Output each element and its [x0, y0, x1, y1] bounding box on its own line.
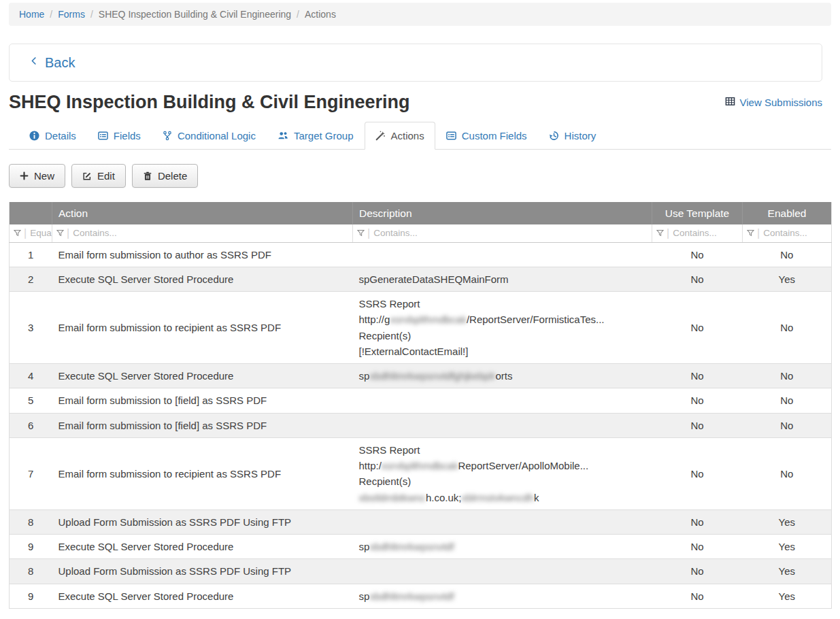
tab-actions: Actions: [365, 122, 435, 150]
delete-button[interactable]: Delete: [132, 164, 198, 188]
description-text: http://g: [359, 314, 390, 325]
description-text: Recpient(s): [359, 475, 411, 487]
tab-link[interactable]: History: [538, 122, 607, 150]
filter-button[interactable]: [56, 229, 64, 237]
tab-bar: DetailsFieldsConditional LogicTarget Gro…: [9, 122, 831, 150]
edit-button[interactable]: Edit: [71, 164, 126, 188]
trash-icon: [143, 171, 152, 181]
tab-link[interactable]: Custom Fields: [435, 122, 538, 150]
chevron-left-icon: [30, 54, 38, 71]
enabled-cell: No: [743, 242, 832, 267]
filter-input[interactable]: Equals...: [30, 228, 52, 238]
branch-icon: [163, 131, 172, 141]
description-text: SSRS Report: [359, 298, 420, 310]
filter-input[interactable]: Contains...: [673, 228, 717, 238]
filter-button[interactable]: [357, 229, 365, 237]
list-icon: [98, 131, 108, 141]
filter-separator: |: [757, 227, 760, 239]
column-header-description[interactable]: Description: [353, 202, 652, 224]
filter-button[interactable]: [747, 229, 754, 237]
action-cell: Email form submission to [field] as SSRS…: [52, 388, 353, 413]
description-cell: [353, 242, 652, 267]
description-text: ReportServer/ApolloMobile...: [458, 460, 588, 471]
view-submissions-label: View Submissions: [740, 97, 822, 108]
actions-table: ActionDescriptionUse TemplateEnabled|Equ…: [9, 202, 832, 609]
table-row[interactable]: 6Email form submission to [field] as SSR…: [10, 413, 832, 437]
use-template-cell: No: [652, 509, 743, 534]
users-icon: [278, 131, 288, 141]
use-template-cell: No: [652, 292, 743, 364]
enabled-cell: Yes: [743, 559, 832, 584]
column-header: [10, 202, 52, 224]
table-row[interactable]: 3Email form submission to recipient as S…: [10, 292, 832, 364]
table-row[interactable]: 2Execute SQL Server Stored ProcedurespGe…: [10, 267, 832, 291]
new-button[interactable]: New: [9, 164, 65, 188]
table-row[interactable]: 8Upload Form Submission as SSRS PDF Usin…: [10, 509, 832, 534]
row-number-cell: 8: [10, 509, 52, 534]
description-cell: spxbdhltmrkwpsnvtdf: [353, 535, 652, 559]
column-header-action[interactable]: Action: [52, 202, 353, 224]
redacted-text: xbdhltmrkwpsnvtdfghjkebplr: [369, 370, 495, 382]
tab-label: Fields: [114, 130, 141, 141]
redacted-text: xbdhltmrkwpsnvtdf: [369, 541, 454, 552]
filter-cell: |Contains...: [652, 224, 743, 242]
tab-history: History: [538, 122, 607, 150]
redacted-text: xbstldmbtkwnc: [359, 492, 426, 503]
use-template-cell: No: [652, 267, 743, 291]
action-cell: Email form submission to author as SSRS …: [52, 242, 353, 267]
filter-separator: |: [24, 227, 27, 239]
description-cell: SSRS Reporthttp://gxsrvbplthmdbcak/Repor…: [353, 292, 652, 364]
description-text: orts: [495, 370, 512, 382]
tab-link[interactable]: Actions: [365, 122, 435, 150]
filter-cell: |Contains...: [353, 224, 652, 242]
description-text: http:/: [359, 460, 382, 471]
enabled-cell: No: [743, 388, 832, 413]
column-header-enabled[interactable]: Enabled: [743, 202, 832, 224]
table-row[interactable]: 1Email form submission to author as SSRS…: [10, 242, 832, 267]
description-text: spGenerateDataSHEQMainForm: [359, 273, 509, 285]
tab-label: History: [565, 130, 597, 141]
description-cell: [353, 413, 652, 437]
row-number-cell: 4: [10, 364, 52, 388]
filter-input[interactable]: Contains...: [373, 228, 418, 238]
breadcrumb-item[interactable]: Home: [19, 9, 44, 20]
redacted-text: xsrvbplthmdbcak: [382, 460, 458, 471]
breadcrumb-item: SHEQ Inspection Building & Civil Enginee…: [99, 9, 291, 20]
description-text: /ReportServer/FormisticaTes...: [467, 314, 605, 325]
tab-link[interactable]: Details: [18, 122, 87, 150]
action-cell: Execute SQL Server Stored Procedure: [52, 364, 353, 388]
description-cell: [353, 388, 652, 413]
filter-button[interactable]: [656, 229, 664, 237]
tab-link[interactable]: Target Group: [267, 122, 365, 150]
tab-link[interactable]: Fields: [87, 122, 152, 150]
table-row[interactable]: 9Execute SQL Server Stored Procedurespxb…: [10, 584, 832, 608]
row-number-cell: 3: [10, 292, 52, 364]
breadcrumb-item[interactable]: Forms: [58, 9, 85, 20]
back-button[interactable]: Back: [30, 54, 75, 71]
filter-separator: |: [367, 227, 370, 239]
button-label: Delete: [158, 170, 187, 182]
action-cell: Execute SQL Server Stored Procedure: [52, 584, 353, 608]
edit-icon: [82, 171, 92, 181]
table-row[interactable]: 9Execute SQL Server Stored Procedurespxb…: [10, 535, 832, 559]
column-header-use-template[interactable]: Use Template: [652, 202, 743, 224]
breadcrumb-separator: /: [297, 9, 299, 20]
filter-input[interactable]: Contains...: [763, 228, 807, 238]
table-row[interactable]: 5Email form submission to [field] as SSR…: [10, 388, 832, 413]
description-cell: spGenerateDataSHEQMainForm: [353, 267, 652, 291]
breadcrumb-separator: /: [90, 9, 93, 20]
table-row[interactable]: 7Email form submission to recipient as S…: [10, 437, 832, 509]
page: Home/Forms/SHEQ Inspection Building & Ci…: [0, 0, 840, 609]
filter-input[interactable]: Contains...: [73, 228, 117, 238]
breadcrumb-separator: /: [50, 9, 52, 20]
title-row: SHEQ Inspection Building & Civil Enginee…: [9, 92, 831, 113]
table-row[interactable]: 4Execute SQL Server Stored Procedurespxb…: [10, 364, 832, 388]
tab-link[interactable]: Conditional Logic: [152, 122, 267, 150]
table-row[interactable]: 8Upload Form Submission as SSRS PDF Usin…: [10, 559, 832, 584]
filter-button[interactable]: [14, 229, 21, 237]
filter-cell: |Equals...: [10, 224, 52, 242]
description-text: sp: [359, 590, 370, 602]
use-template-cell: No: [652, 364, 743, 388]
row-number-cell: 7: [10, 437, 52, 509]
view-submissions-link[interactable]: View Submissions: [725, 97, 822, 108]
